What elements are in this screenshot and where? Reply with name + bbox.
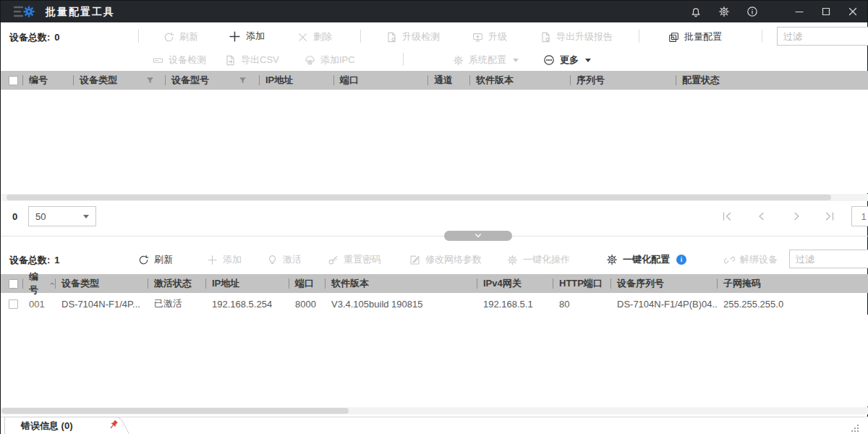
minimize-button[interactable] bbox=[793, 6, 805, 17]
bottom-device-count-value: 1 bbox=[54, 255, 59, 265]
top-refresh-button[interactable]: 刷新 bbox=[163, 30, 198, 43]
key-icon bbox=[328, 255, 339, 265]
cell-device-type: DS-7104N-F1/4P... bbox=[55, 293, 148, 315]
pin-icon[interactable] bbox=[108, 419, 119, 430]
window-title: 批量配置工具 bbox=[46, 6, 115, 19]
top-device-count: 设备总数:0 bbox=[9, 31, 60, 44]
chevron-down-icon bbox=[585, 59, 591, 62]
info-badge-icon[interactable]: i bbox=[676, 255, 686, 265]
page-size-select[interactable]: 50 bbox=[28, 206, 96, 226]
gear-config-icon bbox=[606, 254, 618, 265]
select-all-checkbox[interactable] bbox=[9, 76, 18, 85]
batch-config-button[interactable]: 批量配置 bbox=[668, 30, 722, 43]
next-page-button[interactable] bbox=[791, 210, 802, 222]
chevron-down-icon bbox=[513, 59, 519, 62]
cell-port: 8000 bbox=[289, 293, 325, 315]
first-page-button[interactable] bbox=[721, 210, 733, 222]
bottom-refresh-button[interactable]: 刷新 bbox=[138, 253, 173, 266]
reset-password-button[interactable]: 重置密码 bbox=[328, 253, 381, 266]
one-key-operation-button[interactable]: 一键化操作 bbox=[507, 253, 570, 266]
column-header-config-status[interactable]: 配置状态 bbox=[676, 71, 868, 90]
top-table-header: 编号 设备类型 设备型号 IP地址 端口 通道 软件版本 序列号 配置状态 bbox=[1, 71, 868, 90]
info-icon[interactable] bbox=[746, 6, 758, 17]
bottom-table-header: 编号 设备类型 激活状态 IP地址 端口 软件版本 IPv4网关 HTTP端口 … bbox=[1, 274, 868, 293]
column-header-http-port[interactable]: HTTP端口 bbox=[553, 274, 610, 293]
column-header-ip[interactable]: IP地址 bbox=[259, 71, 333, 90]
error-tab-label: 错误信息 (0) bbox=[21, 420, 73, 433]
device-detect-button[interactable]: 设备检测 bbox=[153, 54, 206, 67]
close-button[interactable] bbox=[847, 6, 859, 17]
prev-page-button[interactable] bbox=[756, 210, 767, 222]
filter-funnel-icon[interactable] bbox=[145, 76, 155, 85]
notification-bell-icon[interactable] bbox=[690, 6, 702, 17]
batch-config-icon bbox=[668, 32, 679, 43]
panel-collapse-handle[interactable] bbox=[444, 231, 512, 241]
modify-network-button[interactable]: 修改网络参数 bbox=[409, 253, 482, 266]
panel-splitter-line bbox=[1, 236, 868, 237]
system-config-button[interactable]: 系统配置 bbox=[453, 54, 519, 67]
one-key-config-button[interactable]: 一键化配置 i bbox=[606, 253, 686, 266]
export-upgrade-report-button[interactable]: 导出升级报告 bbox=[540, 30, 613, 43]
cell-ip: 192.168.5.254 bbox=[205, 293, 289, 315]
top-filter-input[interactable] bbox=[777, 27, 868, 46]
plus-icon bbox=[207, 255, 218, 265]
column-header-gateway[interactable]: IPv4网关 bbox=[477, 274, 553, 293]
unbind-device-button[interactable]: 解绑设备 bbox=[724, 253, 778, 266]
page-number-box[interactable]: 1 bbox=[851, 206, 868, 226]
cell-version: V3.4.105build 190815 bbox=[325, 293, 477, 315]
sort-asc-icon bbox=[49, 281, 55, 287]
toolbar-divider bbox=[138, 30, 139, 43]
bottom-add-button[interactable]: 添加 bbox=[207, 253, 242, 266]
activate-button[interactable]: 激活 bbox=[267, 253, 302, 266]
pagination-total: 0 bbox=[12, 211, 17, 222]
column-header-activation[interactable]: 激活状态 bbox=[148, 274, 205, 293]
last-page-button[interactable] bbox=[824, 210, 835, 222]
device-detect-icon bbox=[153, 55, 163, 66]
column-header-no[interactable]: 编号 bbox=[22, 71, 73, 90]
column-header-port[interactable]: 端口 bbox=[333, 71, 427, 90]
column-header-port[interactable]: 端口 bbox=[289, 274, 325, 293]
settings-gear-icon[interactable] bbox=[718, 6, 730, 17]
select-all-checkbox[interactable] bbox=[9, 279, 18, 289]
column-header-device-model[interactable]: 设备型号 bbox=[165, 71, 259, 90]
top-device-count-value: 0 bbox=[54, 32, 59, 43]
column-header-device-type[interactable]: 设备类型 bbox=[55, 274, 148, 293]
more-button[interactable]: 更多 bbox=[543, 54, 591, 67]
column-header-version[interactable]: 软件版本 bbox=[325, 274, 477, 293]
bottom-filter-input[interactable] bbox=[789, 250, 868, 268]
bottom-table-body-empty bbox=[1, 315, 868, 407]
upgrade-button[interactable]: 升级 bbox=[472, 30, 507, 43]
header-checkbox-cell bbox=[1, 274, 22, 293]
upgrade-check-button[interactable]: 升级检测 bbox=[386, 30, 440, 43]
bottom-hscrollbar-thumb[interactable] bbox=[1, 408, 349, 414]
header-checkbox-cell bbox=[1, 71, 22, 90]
broken-link-icon bbox=[724, 255, 735, 265]
device-table-row[interactable]: 001 DS-7104N-F1/4P... 已激活 192.168.5.254 … bbox=[1, 293, 868, 315]
column-header-device-type[interactable]: 设备类型 bbox=[73, 71, 165, 90]
column-header-device-serial[interactable]: 设备序列号 bbox=[610, 274, 717, 293]
cell-http-port: 80 bbox=[553, 293, 610, 315]
column-header-version[interactable]: 软件版本 bbox=[469, 71, 570, 90]
column-header-serial[interactable]: 序列号 bbox=[570, 71, 676, 90]
filter-funnel-icon[interactable] bbox=[238, 76, 247, 85]
bottom-hscrollbar-track bbox=[1, 407, 868, 414]
top-hscrollbar-thumb[interactable] bbox=[7, 195, 831, 200]
top-table-body-empty bbox=[1, 90, 868, 193]
maximize-button[interactable] bbox=[820, 6, 832, 17]
refresh-icon bbox=[163, 32, 174, 43]
export-csv-button[interactable]: 导出CSV bbox=[225, 54, 279, 67]
top-add-button[interactable]: 添加 bbox=[229, 30, 265, 43]
column-header-ip[interactable]: IP地址 bbox=[205, 274, 289, 293]
cell-subnet-mask: 255.255.255.0 bbox=[717, 293, 783, 315]
cell-device-serial: DS-7104N-F1/4P(B)04... bbox=[610, 293, 717, 315]
resize-grip[interactable] bbox=[850, 423, 860, 433]
plus-icon bbox=[229, 30, 241, 43]
column-header-subnet-mask[interactable]: 子网掩码 bbox=[717, 274, 868, 293]
row-checkbox[interactable] bbox=[9, 299, 18, 309]
add-ipc-button[interactable]: 添加IPC bbox=[305, 54, 355, 67]
export-report-icon bbox=[540, 32, 551, 43]
top-delete-button[interactable]: 删除 bbox=[297, 30, 332, 43]
cell-activation-status: 已激活 bbox=[148, 293, 205, 315]
column-header-no[interactable]: 编号 bbox=[22, 274, 55, 293]
column-header-channel[interactable]: 通道 bbox=[427, 71, 469, 90]
